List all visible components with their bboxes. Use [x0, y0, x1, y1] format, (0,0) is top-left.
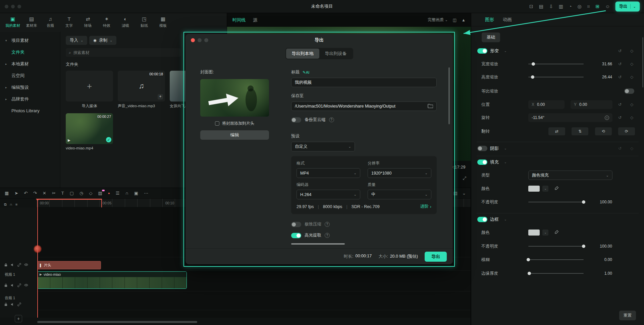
eye-icon[interactable] — [24, 263, 28, 267]
video-tile[interactable]: 00:00:27 ▶ ✓ video-miao.mp4 — [66, 113, 113, 150]
sidebar-item-local-media[interactable]: ▸本地素材 — [0, 58, 60, 70]
overlay-track-controls[interactable] — [4, 263, 28, 267]
video-track-controls[interactable] — [4, 283, 28, 287]
keyframe-icon[interactable]: ◇ — [630, 49, 633, 53]
position-y-field[interactable]: Y0.00 — [571, 100, 612, 109]
chevron-down-icon[interactable]: ⌄ — [504, 218, 507, 221]
export-button[interactable]: 导出 ⌄ — [616, 2, 639, 11]
tab-my-media[interactable]: ▣我的素材 — [3, 15, 22, 32]
intro-clip[interactable]: ▌ 片头 — [37, 261, 101, 269]
window-controls[interactable] — [5, 5, 21, 8]
add-track-button[interactable]: + — [15, 315, 22, 322]
edge-thickness-slider[interactable] — [528, 273, 584, 274]
edit-cover-button[interactable]: 编辑 — [200, 130, 269, 140]
title-input[interactable] — [295, 80, 433, 85]
lock-icon[interactable] — [4, 283, 8, 287]
search-box[interactable]: ⌕ — [66, 48, 181, 57]
dialog-export-button[interactable]: 导出 — [425, 252, 447, 262]
keyframe-icon[interactable]: ◇ — [630, 75, 633, 79]
sidebar-item-project-media[interactable]: ▾项目素材 — [0, 35, 60, 46]
reset-button[interactable]: 重置 — [619, 311, 636, 320]
import-dropdown-button[interactable]: 导入⌄ — [66, 36, 87, 45]
link-icon[interactable] — [17, 303, 21, 306]
help-icon[interactable]: ? — [325, 222, 330, 227]
undo-icon[interactable]: ↶ — [24, 191, 28, 195]
store-cart-icon[interactable]: ⊞ — [596, 4, 600, 9]
flip-vertical-button[interactable]: ⇅ — [572, 127, 588, 135]
chevron-down-icon[interactable]: ⌄ — [542, 186, 548, 192]
record-dropdown-button[interactable]: ◉录制⌄ — [89, 36, 116, 45]
tab-export-device[interactable]: 导出到设备 — [319, 49, 353, 59]
keyframe-icon[interactable]: ◇ — [630, 115, 633, 120]
blur-slider[interactable] — [528, 259, 584, 260]
render-preview-icon[interactable]: ▲ — [462, 18, 466, 22]
advanced-link[interactable]: 进阶› — [420, 204, 431, 209]
layout-icon[interactable]: ▤ — [539, 4, 543, 9]
cover-thumbnail[interactable] — [200, 79, 269, 117]
keyframe-icon[interactable]: ◇ — [630, 62, 633, 66]
reset-icon[interactable]: ↺ — [618, 146, 622, 151]
encoder-select[interactable]: H.264⌄ — [297, 190, 360, 199]
keyframe-icon[interactable]: ◇ — [630, 146, 633, 151]
track-manager-icon[interactable]: ▤ — [453, 191, 458, 195]
tab-text[interactable]: T文字 — [60, 15, 78, 32]
fill-toggle[interactable] — [477, 159, 487, 165]
chevron-down-icon[interactable]: ⌄ — [633, 5, 636, 8]
border-opacity-slider[interactable] — [528, 246, 584, 247]
text-tool-icon[interactable]: T — [61, 191, 64, 195]
transform-toggle[interactable] — [477, 48, 487, 54]
fullscreen-icon[interactable]: ⤢ — [463, 176, 466, 181]
search-input[interactable] — [73, 50, 178, 55]
crop-icon[interactable]: ▢ — [70, 191, 74, 195]
split-icon[interactable]: ✂ — [52, 191, 56, 195]
inspector-scrollbar[interactable] — [642, 37, 643, 87]
reset-icon[interactable]: ↺ — [618, 102, 622, 107]
chevron-down-icon[interactable]: ⌄ — [504, 49, 507, 53]
redo-icon[interactable]: ↷ — [33, 191, 37, 195]
folder-icon[interactable] — [428, 104, 433, 109]
record-marker-icon[interactable]: ● — [108, 192, 110, 195]
position-x-field[interactable]: X0.00 — [528, 100, 565, 109]
tab-stickers[interactable]: ◳贴纸 — [135, 15, 154, 32]
reset-icon[interactable]: ↺ — [618, 49, 622, 53]
keyframe-icon[interactable]: ◇ — [89, 191, 92, 195]
tab-audio[interactable]: ♫音频 — [41, 15, 60, 32]
chevron-down-icon[interactable]: ⌄ — [542, 230, 548, 236]
rotate-ccw-button[interactable]: ⟲ — [595, 127, 612, 135]
magnet-snap-icon[interactable]: ∩ — [125, 191, 128, 195]
width-scale-slider[interactable] — [528, 64, 584, 64]
format-select[interactable]: MP4⌄ — [297, 168, 360, 178]
mixer-icon[interactable]: ☰ — [116, 191, 120, 195]
width-scale-value[interactable]: 31.66 — [585, 62, 612, 66]
rotation-field[interactable]: -11.54° — [528, 113, 612, 122]
menu-icon[interactable]: ▦ — [5, 191, 9, 195]
cloud-backup-toggle[interactable] — [291, 117, 301, 123]
tab-animation[interactable]: 动画 — [503, 17, 512, 23]
timeline-scrollbar[interactable] — [37, 321, 197, 323]
flip-horizontal-button[interactable]: ⇄ — [548, 127, 565, 135]
help-icon[interactable]: ◎ — [577, 4, 581, 9]
border-toggle[interactable] — [477, 217, 487, 222]
sidebar-item-brand[interactable]: ▸品牌套件 — [0, 93, 60, 105]
sidebar-item-cloud[interactable]: 云空间 — [0, 70, 60, 81]
reset-icon[interactable]: ↺ — [618, 75, 622, 79]
split-view-icon[interactable]: ◫ — [453, 18, 457, 22]
snapshot-icon[interactable]: ▣ — [134, 191, 138, 195]
save-path-field[interactable]: /Users/mac501/Movies/Wondershare Miaoyin… — [291, 102, 437, 111]
ai-title-icon[interactable]: ✎AI — [303, 70, 310, 75]
lock-icon[interactable] — [4, 263, 8, 267]
chevron-down-icon[interactable]: ⌄ — [504, 160, 507, 164]
reset-icon[interactable]: ↺ — [618, 115, 622, 120]
reset-icon[interactable]: ↺ — [618, 62, 622, 66]
shadow-toggle[interactable] — [477, 146, 487, 151]
keyframe-icon[interactable]: ◇ — [630, 102, 633, 107]
add-icon[interactable]: + — [158, 94, 163, 100]
rotation-dial-icon[interactable] — [605, 116, 609, 120]
magnet-icon[interactable]: ∩ — [10, 203, 12, 206]
theme-icon[interactable]: ◔ — [569, 4, 572, 9]
horizontal-scroll-hint[interactable] — [291, 243, 345, 245]
lock-icon[interactable] — [4, 303, 8, 306]
quality-select[interactable]: 中⌄ — [368, 190, 431, 199]
more-icon[interactable]: ⋯ — [144, 191, 148, 195]
fill-opacity-slider[interactable] — [528, 202, 584, 202]
